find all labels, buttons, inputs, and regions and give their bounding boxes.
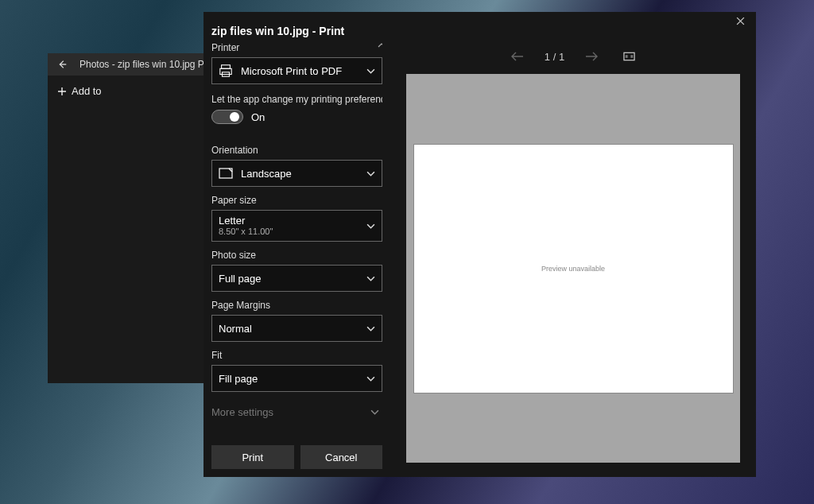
settings-panel: Printer Microsoft Print to PDF Let the a…: [204, 39, 390, 477]
landscape-icon: [219, 168, 233, 179]
margins-value: Normal: [219, 323, 252, 335]
margins-label: Page Margins: [211, 300, 382, 311]
page-indicator: 1 / 1: [545, 51, 564, 63]
chevron-down-icon: [366, 68, 375, 74]
preview-area: Preview unavailable: [406, 74, 740, 463]
arrow-right-icon: [585, 52, 598, 61]
scroll-up-icon[interactable]: [378, 42, 382, 48]
fit-value: Fill page: [219, 373, 258, 385]
paper-sub: 8.50" x 11.00": [219, 227, 273, 236]
more-settings-label: More settings: [211, 406, 273, 418]
print-dialog: zip files win 10.jpg - Print Printer Mic…: [204, 12, 756, 477]
dialog-title: zip files win 10.jpg - Print: [204, 25, 756, 39]
close-icon: [736, 17, 745, 25]
cancel-button[interactable]: Cancel: [300, 445, 383, 469]
printer-combo[interactable]: Microsoft Print to PDF: [211, 57, 382, 84]
printer-value: Microsoft Print to PDF: [241, 65, 342, 77]
preview-page: Preview unavailable: [413, 144, 734, 394]
paper-combo[interactable]: Letter 8.50" x 11.00": [211, 210, 382, 242]
fullscreen-button[interactable]: [623, 52, 635, 61]
preview-nav: 1 / 1: [406, 39, 740, 74]
svg-rect-1: [220, 68, 231, 74]
photosize-value: Full page: [219, 273, 261, 285]
pref-toggle[interactable]: [211, 110, 243, 124]
preview-panel: 1 / 1 Preview unavailable: [390, 39, 756, 477]
svg-rect-0: [222, 65, 231, 69]
printer-label: Printer: [211, 42, 382, 53]
preview-unavailable-text: Preview unavailable: [541, 265, 605, 273]
chevron-down-icon: [366, 276, 375, 281]
printer-icon: [219, 64, 233, 78]
photosize-combo[interactable]: Full page: [211, 265, 382, 292]
plus-icon: [57, 87, 67, 96]
arrow-left-icon: [511, 52, 524, 61]
chevron-down-icon: [370, 409, 379, 415]
chevron-down-icon: [366, 223, 375, 229]
chevron-down-icon: [366, 326, 375, 331]
pref-text: Let the app change my printing preferenc…: [211, 94, 382, 105]
paper-value: Letter: [219, 215, 273, 227]
next-page-button[interactable]: [585, 52, 598, 61]
chevron-down-icon: [366, 171, 375, 176]
fullscreen-icon: [623, 52, 635, 61]
back-button[interactable]: [48, 53, 76, 76]
toggle-state: On: [251, 111, 265, 123]
svg-rect-4: [624, 52, 634, 60]
photosize-label: Photo size: [211, 250, 382, 261]
toggle-knob: [230, 112, 239, 122]
orientation-value: Landscape: [241, 168, 292, 180]
fit-label: Fit: [211, 350, 382, 361]
chevron-down-icon: [366, 376, 375, 382]
add-to-button[interactable]: Add to: [51, 80, 108, 102]
margins-combo[interactable]: Normal: [211, 315, 382, 342]
add-to-label: Add to: [72, 85, 102, 97]
paper-label: Paper size: [211, 195, 382, 206]
print-button[interactable]: Print: [211, 445, 294, 469]
fit-combo[interactable]: Fill page: [211, 365, 382, 392]
prev-page-button[interactable]: [511, 52, 524, 61]
orientation-label: Orientation: [211, 145, 382, 156]
arrow-left-icon: [56, 59, 68, 70]
orientation-combo[interactable]: Landscape: [211, 160, 382, 187]
more-settings[interactable]: More settings: [211, 406, 382, 418]
